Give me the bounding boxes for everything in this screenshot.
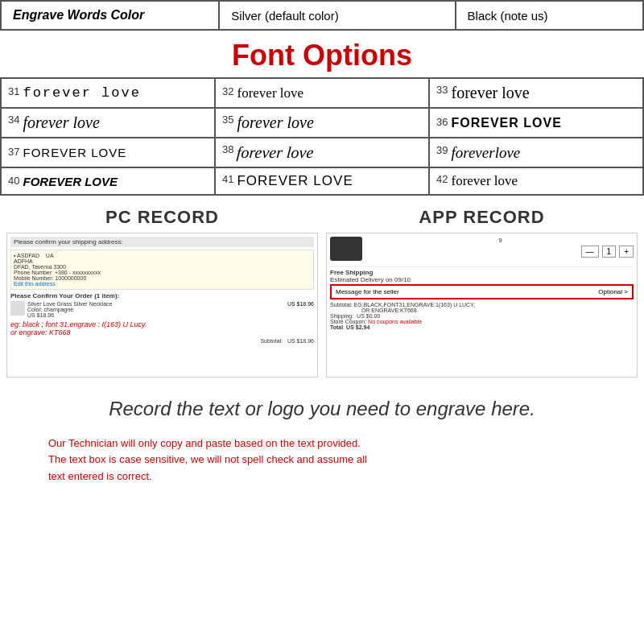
font-num-40: 40 xyxy=(8,175,19,187)
app-shipping-val: US $0.00 xyxy=(355,313,380,319)
font-row-3: 37FOREVER LOVE 38forever love 39foreverl… xyxy=(1,138,643,167)
pc-addr-label: ▪ ASDFAD UA xyxy=(14,253,311,258)
pc-mock-item: Silver Love Grass Silver Necklace Color:… xyxy=(10,301,314,318)
app-mock-product-img xyxy=(330,237,362,261)
font-num-38: 38 xyxy=(222,143,233,155)
stepper-plus[interactable]: + xyxy=(619,246,634,258)
font-num-42: 42 xyxy=(436,173,448,185)
font-cell-33: 33forever love xyxy=(429,78,643,108)
font-num-36: 36 xyxy=(436,116,448,128)
font-sample-40: FOREVER LOVE xyxy=(23,175,118,188)
app-coupon-label: Store Coupon: xyxy=(330,319,366,324)
font-options-title: Font Options xyxy=(0,31,644,77)
pc-item-price: US $18.96 xyxy=(27,312,112,318)
pc-addr-line: ADFHA xyxy=(14,258,311,264)
app-msg-optional: Optional > xyxy=(598,288,628,295)
font-cell-32: 32forever love xyxy=(215,78,429,108)
app-subtotal-val: EG:BLACK,FONT31,ENGRAVE:1(163) U LUCY, xyxy=(354,302,475,308)
font-sample-37: FOREVER LOVE xyxy=(23,146,126,159)
app-shipping-date: Estimated Delivery on 09/10 xyxy=(330,276,634,283)
pc-item-desc: Silver Love Grass Silver Necklace xyxy=(27,301,112,307)
color-label: Engrave Words Color xyxy=(1,1,219,30)
app-msg-label: Message for the seller xyxy=(336,288,399,295)
font-sample-34: forever love xyxy=(23,114,99,131)
pc-mock-subtotal: Subtotal: US $18.96 xyxy=(10,338,314,344)
font-cell-41: 41FOREVER LOVE xyxy=(215,167,429,195)
font-cell-34: 34forever love xyxy=(1,108,215,138)
pc-mock-addr: ▪ ASDFAD UA ADFHA DFAD, Taverna 3300 Pho… xyxy=(10,250,314,290)
app-shipping-title: Free Shipping xyxy=(330,269,634,276)
app-total-val: US $2.94 xyxy=(345,324,369,330)
font-sample-33: forever love xyxy=(451,84,529,101)
color-option2: Black (note us) xyxy=(456,1,643,30)
font-row-2: 34forever love 35forever love 36FOREVER … xyxy=(1,108,643,138)
record-section: PC RECORD Please confirm your shipping a… xyxy=(0,196,644,381)
app-subtotal-row: Subtotal: EG:BLACK,FONT31,ENGRAVE:1(163)… xyxy=(330,302,634,308)
font-cell-31: 31forever love xyxy=(1,78,215,108)
app-total-row: Total US $2.94 xyxy=(330,324,634,330)
font-cell-38: 38forever love xyxy=(215,138,429,167)
app-coupon-val: No coupons available xyxy=(368,319,422,324)
app-record-col: APP RECORD 9 — 1 + Free Shipping Estimat… xyxy=(326,207,638,378)
font-cell-42: 42forever love xyxy=(429,167,643,195)
font-sample-35: forever love xyxy=(237,114,313,131)
font-sample-39: foreverlove xyxy=(451,144,520,161)
app-record-title: APP RECORD xyxy=(326,207,638,228)
app-mock-qty-label: 9 xyxy=(367,237,634,244)
app-mock-subtotal-block: Subtotal: EG:BLACK,FONT31,ENGRAVE:1(163)… xyxy=(330,302,634,330)
stepper-num: 1 xyxy=(602,246,617,258)
stepper-minus[interactable]: — xyxy=(581,246,599,258)
font-cell-39: 39foreverlove xyxy=(429,138,643,167)
color-table: Engrave Words Color Silver (default colo… xyxy=(0,0,644,31)
pc-record-col: PC RECORD Please confirm your shipping a… xyxy=(6,207,318,378)
app-total-label: Total xyxy=(330,324,343,330)
font-sample-32: forever love xyxy=(237,85,303,101)
font-sample-38: forever love xyxy=(236,143,314,162)
font-row-4: 40FOREVER LOVE 41FOREVER LOVE 42forever … xyxy=(1,167,643,195)
font-cell-37: 37FOREVER LOVE xyxy=(1,138,215,167)
font-sample-31: forever love xyxy=(23,85,140,101)
app-record-mock: 9 — 1 + Free Shipping Estimated Delivery… xyxy=(326,233,638,378)
big-record-text: Record the text or logo you need to engr… xyxy=(0,381,644,431)
disclaimer-text: Our Technician will only copy and paste … xyxy=(48,437,367,483)
font-num-41: 41 xyxy=(222,173,233,185)
pc-mock-item-text: Silver Love Grass Silver Necklace Color:… xyxy=(27,301,112,318)
font-num-33: 33 xyxy=(436,84,448,96)
app-subtotal-row2: OR ENGRAVE:KT668 xyxy=(330,308,634,313)
font-num-32: 32 xyxy=(222,85,233,97)
font-sample-41: FOREVER LOVE xyxy=(237,173,353,188)
font-table: 31forever love 32forever love 33forever … xyxy=(0,77,644,196)
disclaimer: Our Technician will only copy and paste … xyxy=(0,431,644,502)
app-mock-shipping: Free Shipping Estimated Delivery on 09/1… xyxy=(330,266,634,283)
font-row-1: 31forever love 32forever love 33forever … xyxy=(1,78,643,108)
font-num-34: 34 xyxy=(8,114,19,126)
app-coupon-row: Store Coupon: No coupons available xyxy=(330,319,634,324)
app-mock-stepper: — 1 + xyxy=(367,246,634,258)
pc-item-color: Color: champagne xyxy=(27,307,112,312)
font-num-37: 37 xyxy=(8,146,19,158)
pc-addr-edit: Edit this address xyxy=(14,281,311,287)
pc-addr-city: DFAD, Taverna 3300 xyxy=(14,264,311,270)
font-num-39: 39 xyxy=(436,144,448,156)
pc-record-mock: Please confirm your shipping address: ▪ … xyxy=(6,233,318,378)
app-mock-right: 9 — 1 + xyxy=(367,237,634,260)
pc-record-title: PC RECORD xyxy=(6,207,318,228)
app-shipping-row: Shipping: US $0.00 xyxy=(330,313,634,319)
app-subtotal-label: Subtotal: xyxy=(330,302,353,308)
font-num-31: 31 xyxy=(8,85,19,97)
pc-mock-thumb xyxy=(10,301,25,316)
pc-mock-header: Please confirm your shipping address: xyxy=(10,237,314,247)
color-option1: Silver (default color) xyxy=(219,1,455,30)
font-sample-36: FOREVER LOVE xyxy=(451,116,561,130)
pc-addr-mobile: Mobile Number: 1000000000 xyxy=(14,275,311,281)
app-shipping-label: Shipping: xyxy=(330,313,353,319)
pc-mock-example: eg: black ; font 31,engrave : I(163) U L… xyxy=(10,320,314,336)
pc-mock-confirm: Please Confirm Your Order (1 item): xyxy=(10,292,314,299)
font-cell-36: 36FOREVER LOVE xyxy=(429,108,643,138)
font-cell-35: 35forever love xyxy=(215,108,429,138)
font-num-35: 35 xyxy=(222,114,233,126)
font-sample-42: forever love xyxy=(451,173,518,188)
pc-addr-phone: Phone Number: +380 - xxxxxxxxxx xyxy=(14,270,311,275)
app-mock-message[interactable]: Message for the seller Optional > xyxy=(330,284,634,299)
font-cell-40: 40FOREVER LOVE xyxy=(1,167,215,195)
